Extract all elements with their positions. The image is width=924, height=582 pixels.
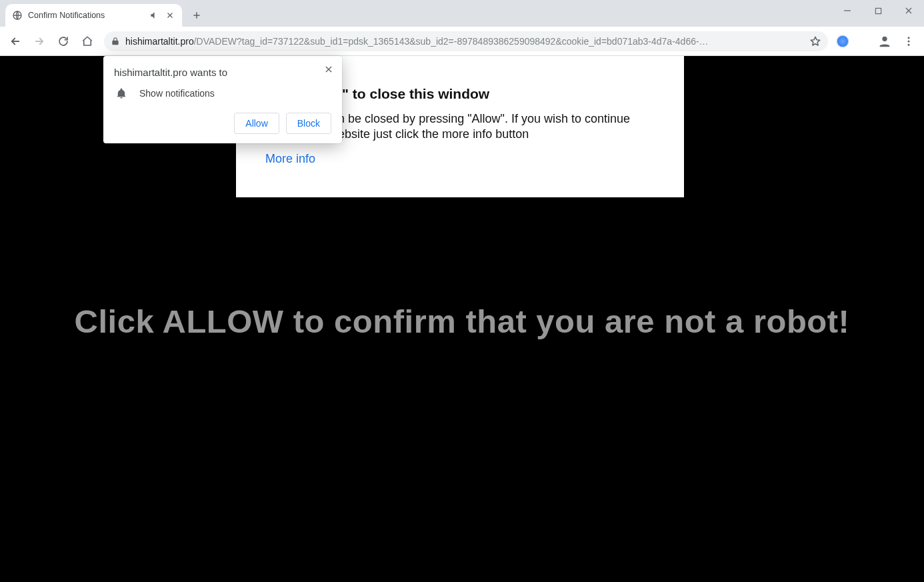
lock-icon[interactable] [111, 37, 120, 46]
profile-button[interactable] [873, 30, 896, 53]
window-close-button[interactable] [893, 0, 924, 21]
notification-permission-prompt: hishimartaltit.pro wants to Show notific… [103, 56, 342, 143]
extension-icon[interactable] [833, 32, 852, 51]
svg-point-4 [908, 40, 910, 42]
prompt-permission-label: Show notifications [139, 88, 215, 99]
svg-point-3 [908, 37, 910, 39]
extension-swirl-icon [837, 35, 849, 47]
address-bar[interactable]: hishimartaltit.pro/DVADEW?tag_id=737122&… [104, 31, 828, 51]
page-big-text: Click ALLOW to confirm that you are not … [0, 303, 924, 340]
prompt-close-button[interactable] [321, 61, 337, 77]
chrome-menu-button[interactable] [897, 30, 920, 53]
url-host: hishimartaltit.pro [125, 36, 194, 47]
more-info-link[interactable]: More info [265, 152, 315, 165]
browser-tab[interactable]: Confirm Notifications [5, 4, 182, 27]
home-button[interactable] [76, 30, 99, 53]
bookmark-star-icon[interactable] [809, 35, 821, 47]
block-button[interactable]: Block [286, 113, 331, 134]
window-minimize-button[interactable] [832, 0, 863, 21]
reload-button[interactable] [52, 30, 75, 53]
bell-icon [115, 87, 127, 99]
back-button[interactable] [4, 30, 27, 53]
browser-toolbar: hishimartaltit.pro/DVADEW?tag_id=737122&… [0, 27, 924, 56]
tab-audio-icon[interactable] [149, 10, 159, 21]
svg-point-2 [882, 36, 887, 41]
forward-button[interactable] [28, 30, 51, 53]
tab-close-icon[interactable] [165, 10, 175, 21]
browser-titlebar: Confirm Notifications [0, 0, 924, 27]
globe-icon [12, 10, 23, 21]
window-controls [832, 0, 924, 27]
url-path: /DVADEW?tag_id=737122&sub_id1=pdsk_13651… [194, 36, 709, 47]
tab-title: Confirm Notifications [28, 11, 143, 20]
new-tab-button[interactable] [187, 6, 206, 25]
window-maximize-button[interactable] [863, 0, 893, 21]
svg-point-5 [908, 43, 910, 45]
url-text: hishimartaltit.pro/DVADEW?tag_id=737122&… [125, 36, 804, 47]
allow-button[interactable]: Allow [234, 113, 279, 134]
svg-rect-1 [875, 8, 881, 13]
prompt-origin-text: hishimartaltit.pro wants to [114, 67, 331, 78]
